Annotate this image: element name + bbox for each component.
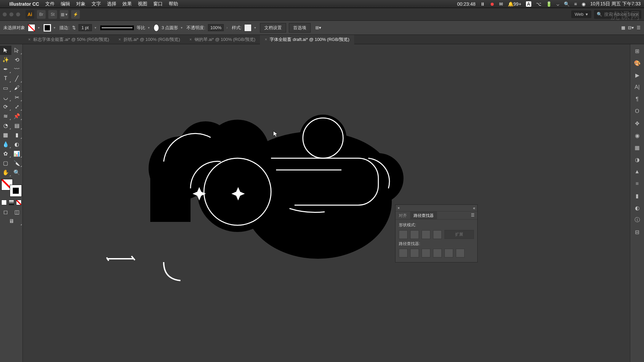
merge-button[interactable]	[422, 249, 430, 257]
document-setup-button[interactable]: 文档设置	[260, 23, 286, 33]
close-tab-icon[interactable]: ×	[118, 37, 121, 42]
wifi-icon[interactable]: ⌵	[556, 1, 559, 7]
actions-panel-icon[interactable]: ▶	[633, 70, 642, 80]
view-toggle-1-icon[interactable]: ▦	[621, 25, 625, 30]
color-guide-panel-icon[interactable]: ◑	[633, 155, 642, 164]
minus-front-button[interactable]	[410, 230, 419, 239]
scale-tool[interactable]: ⤢	[11, 102, 23, 111]
battery-icon[interactable]: 🔋	[546, 1, 552, 7]
transparency-panel-icon[interactable]: ◐	[633, 203, 642, 213]
direct-selection-tool[interactable]	[11, 46, 23, 55]
hand-tool[interactable]: ✋	[0, 168, 11, 177]
ai-home-icon[interactable]: Ai	[25, 10, 34, 19]
menu-window[interactable]: 窗口	[153, 1, 163, 7]
app-name[interactable]: Illustrator CC	[9, 1, 39, 7]
menu-view[interactable]: 视图	[138, 1, 147, 7]
align-icon[interactable]: ⊞▾	[315, 25, 321, 30]
shape-builder-tool[interactable]: ◔	[0, 121, 11, 130]
panel-menu-icon[interactable]: ☰	[468, 212, 477, 219]
slice-tool[interactable]: 🔪	[11, 158, 23, 168]
fill-swatch[interactable]	[28, 24, 35, 32]
width-tool[interactable]: ≋	[0, 111, 11, 121]
info-panel-icon[interactable]: ⓘ	[633, 215, 642, 225]
paragraph-panel-icon[interactable]: ¶	[633, 95, 642, 104]
screen-mode-icon[interactable]: 🖥	[0, 217, 22, 226]
close-panel-icon[interactable]: ×	[397, 206, 400, 210]
record-icon[interactable]: ⏺	[490, 1, 494, 7]
preferences-button[interactable]: 首选项	[289, 23, 311, 33]
stroke-panel-icon[interactable]: ≡	[633, 179, 642, 188]
paintbrush-tool[interactable]: 🖌	[11, 83, 23, 93]
exclude-button[interactable]	[433, 230, 442, 239]
siri-icon[interactable]: ◉	[582, 1, 586, 7]
selection-tool[interactable]	[0, 46, 11, 55]
document-tab[interactable]: ×标志字体全能畜.ai* @ 50% (RGB/预览)	[23, 35, 114, 44]
artboard-tool[interactable]: ▢	[0, 158, 11, 168]
zoom-tool[interactable]: 🔍	[11, 168, 23, 177]
clock[interactable]: 10月15日 周五 下午7:33	[590, 1, 641, 7]
stock-icon[interactable]: St	[48, 10, 57, 19]
perspective-tool[interactable]: ▤	[11, 121, 23, 130]
collapse-panel-icon[interactable]: «	[473, 206, 475, 210]
zoom-window-button[interactable]	[16, 12, 20, 16]
menu-object[interactable]: 对象	[76, 1, 86, 7]
swatches-panel-icon[interactable]: ▦	[633, 143, 642, 152]
input-method-icon[interactable]: A	[526, 1, 531, 7]
close-tab-icon[interactable]: ×	[28, 37, 31, 42]
close-window-button[interactable]	[3, 12, 7, 16]
type-tool[interactable]: T	[0, 74, 11, 83]
gradient-tool[interactable]: ▮	[11, 130, 23, 139]
menu-edit[interactable]: 编辑	[61, 1, 70, 7]
none-mode-icon[interactable]	[16, 200, 21, 205]
outline-button[interactable]	[444, 249, 453, 257]
pathfinder-panel[interactable]: ×« 对齐 路径查找器 ☰ 形状模式: 扩展 路径查找器:	[395, 204, 478, 262]
transform-panel-icon[interactable]: ✥	[633, 119, 642, 128]
stroke-indicator[interactable]	[10, 185, 21, 196]
window-controls[interactable]	[3, 12, 20, 16]
character-panel-icon[interactable]: A|	[633, 82, 642, 92]
menu-select[interactable]: 选择	[107, 1, 116, 7]
stroke-profile[interactable]	[100, 25, 134, 30]
appearance-panel-icon[interactable]: ◉	[633, 131, 642, 140]
eyedropper-tool[interactable]: 💧	[0, 139, 11, 149]
unite-button[interactable]	[399, 230, 408, 239]
minus-back-button[interactable]	[456, 249, 465, 257]
properties-panel-icon[interactable]: ⊞	[633, 46, 642, 56]
stroke-dropdown-icon[interactable]: ▾	[54, 26, 55, 29]
fill-dropdown-icon[interactable]: ▾	[38, 26, 40, 29]
rectangle-tool[interactable]: ▭	[0, 83, 11, 93]
document-tab[interactable]: ×钢的琴.ai* @ 100% (RGB/预览)	[185, 35, 260, 44]
close-tab-icon[interactable]: ×	[265, 37, 267, 42]
minimize-window-button[interactable]	[9, 12, 13, 16]
rotate-tool[interactable]: ⟳	[0, 102, 11, 111]
align-tab[interactable]: 对齐	[395, 212, 410, 219]
pathfinder-tab[interactable]: 路径查找器	[410, 212, 437, 219]
crop-button[interactable]	[433, 249, 442, 257]
bluetooth-icon[interactable]: ⌥	[536, 1, 541, 7]
pen-tool[interactable]: ✒	[0, 64, 11, 74]
magic-wand-tool[interactable]: ✨	[0, 55, 11, 64]
curvature-tool[interactable]: 〰	[11, 64, 23, 74]
gradient-panel-icon[interactable]: ▮	[633, 191, 642, 200]
stroke-swatch[interactable]	[44, 24, 51, 32]
workspace-switcher[interactable]: Web▾	[571, 10, 591, 18]
divide-button[interactable]	[399, 249, 408, 257]
menu-help[interactable]: 帮助	[169, 1, 178, 7]
shaper-tool[interactable]: ◡	[0, 93, 11, 102]
color-panel-icon[interactable]: 🎨	[633, 58, 642, 68]
gradient-mode-icon[interactable]	[9, 200, 14, 205]
free-transform-tool[interactable]: 📌	[11, 111, 23, 121]
line-tool[interactable]: ╱	[11, 74, 23, 83]
blend-tool[interactable]: ◐	[11, 139, 23, 149]
lasso-tool[interactable]: ⟲	[11, 55, 23, 64]
mesh-tool[interactable]: ▦	[0, 130, 11, 139]
stroke-weight-field[interactable]: 1 pt	[78, 24, 92, 31]
color-mode-icon[interactable]	[1, 200, 7, 205]
view-toggle-2-icon[interactable]: ⊟▾	[628, 25, 634, 30]
menu-effect[interactable]: 效果	[122, 1, 132, 7]
symbol-sprayer-tool[interactable]: ✿	[0, 149, 11, 158]
document-tab[interactable]: ×折纸.ai* @ 100% (RGB/预览)	[114, 35, 185, 44]
stroke-stepper-icon[interactable]: ⇅	[72, 25, 76, 30]
fill-stroke-control[interactable]	[1, 179, 21, 196]
opacity-field[interactable]: 100%	[208, 24, 224, 31]
